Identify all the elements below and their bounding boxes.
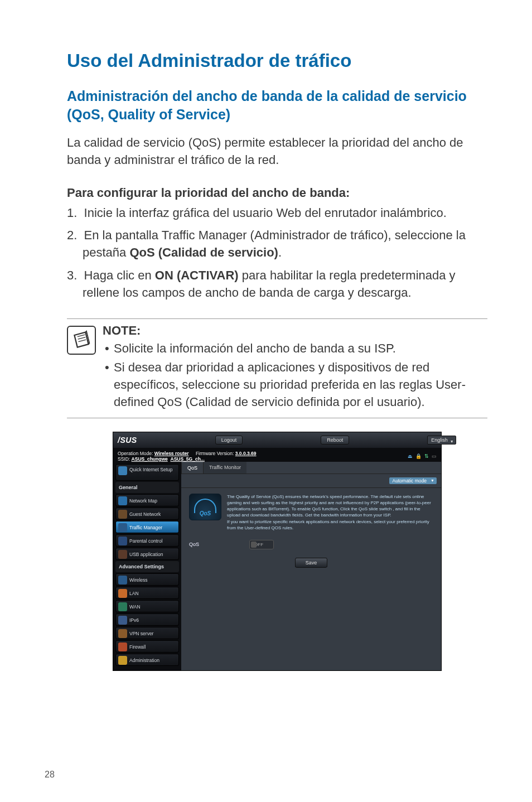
wireless-icon	[118, 576, 127, 584]
sidebar-item-usb-application[interactable]: USB application	[115, 548, 179, 560]
step-text: .	[278, 245, 282, 259]
save-button[interactable]: Save	[295, 558, 328, 568]
step-number: 2.	[67, 228, 77, 242]
firewall-icon	[118, 642, 127, 651]
status-icons: ⏏ 🔒 ⇅ ▭	[408, 453, 437, 459]
step-2: 2. En la pantalla Traffic Manager (Admin…	[67, 227, 487, 262]
ssid-1[interactable]: ASUS_chungwe	[132, 456, 168, 462]
sidebar-item-guest-network[interactable]: Guest Network	[115, 508, 179, 520]
sidebar-item-vpn-server[interactable]: VPN server	[115, 627, 179, 639]
qos-description: The Quality of Service (QoS) ensures the…	[227, 494, 433, 531]
sidebar-label: Quick Internet Setup	[129, 467, 173, 472]
sidebar-item-label: Network Map	[129, 498, 157, 504]
asus-logo: /SUS	[118, 436, 137, 445]
notepad-icon	[71, 330, 91, 350]
wan-icon	[118, 602, 127, 611]
sidebar-item-label: Wireless	[129, 577, 148, 583]
step-1: 1. Inicie la interfaz gráfica del usuari…	[67, 205, 487, 222]
tab-qos[interactable]: QoS	[181, 462, 204, 474]
sidebar-item-parental-control[interactable]: Parental control	[115, 534, 179, 547]
sidebar-item-label: Administration	[129, 658, 159, 663]
qos-content: QoS The Quality of Service (QoS) ensures…	[181, 488, 441, 572]
svg-line-2	[79, 340, 86, 342]
router-info-bar: Operation Mode: Wireless router Firmware…	[113, 448, 441, 462]
mode-row: Automatic mode	[181, 474, 441, 488]
sidebar-item-label: Guest Network	[129, 511, 161, 517]
gear-icon	[118, 466, 127, 475]
sidebar-item-label: VPN server	[129, 631, 153, 636]
lan-icon	[118, 589, 127, 598]
sidebar-item-traffic-manager[interactable]: Traffic Manager	[115, 521, 179, 533]
tab-traffic-monitor[interactable]: Traffic Monitor	[204, 462, 246, 474]
globe-icon	[118, 496, 127, 505]
op-mode-value[interactable]: Wireless router	[154, 451, 189, 456]
usb-icon: ⏏	[408, 453, 413, 459]
sidebar-item-ipv6[interactable]: IPv6	[115, 613, 179, 626]
step-number: 1.	[67, 206, 77, 220]
sidebar-item-lan[interactable]: LAN	[115, 587, 179, 599]
ssid-label: SSID:	[118, 456, 130, 462]
fw-label: Firmware Version:	[196, 451, 234, 456]
vpn-icon	[118, 629, 127, 638]
wifi-icon: ⇅	[424, 453, 429, 459]
language-select[interactable]: English	[427, 436, 456, 445]
step-3: 3. Haga clic en ON (ACTIVAR) para habili…	[67, 267, 487, 302]
note-list: Solicite la información del ancho de ban…	[103, 340, 487, 411]
tab-row: QoS Traffic Monitor	[181, 462, 441, 474]
gauge-label: QoS	[190, 510, 221, 518]
step-number: 3.	[67, 268, 77, 282]
note-block: NOTE: Solicite la información del ancho …	[67, 318, 487, 418]
router-header: /SUS Logout Reboot English	[113, 432, 441, 448]
sidebar: Quick Internet Setup General Network Map…	[113, 462, 181, 670]
usb-icon	[118, 550, 127, 559]
step-text: Haga clic en	[84, 268, 155, 282]
lock-icon: 🔒	[415, 453, 422, 459]
sidebar-item-firewall[interactable]: Firewall	[115, 640, 179, 653]
qos-gauge-graphic: QoS	[189, 494, 221, 520]
svg-line-1	[78, 337, 86, 339]
sidebar-item-wan[interactable]: WAN	[115, 600, 179, 612]
note-item: Si desea dar prioridad a aplicaciones y …	[103, 359, 487, 410]
sidebar-item-label: IPv6	[129, 617, 139, 623]
steps-list: 1. Inicie la interfaz gráfica del usuari…	[67, 205, 487, 302]
sidebar-item-label: Traffic Manager	[129, 525, 162, 530]
step-bold: QoS (Calidad de servicio)	[129, 245, 278, 259]
note-icon	[67, 326, 96, 355]
logout-button[interactable]: Logout	[215, 436, 243, 445]
steps-heading: Para configurar la prioridad del ancho d…	[67, 186, 487, 200]
page-number: 28	[45, 770, 55, 780]
step-bold: ON (ACTIVAR)	[155, 268, 239, 282]
sidebar-item-label: Parental control	[129, 538, 163, 544]
note-content: NOTE: Solicite la información del ancho …	[103, 323, 487, 413]
shield-icon	[118, 537, 127, 545]
sidebar-section-general: General	[115, 482, 179, 493]
intro-paragraph: La calidad de servicio (QoS) permite est…	[67, 134, 487, 169]
main-area: QoS Traffic Monitor Automatic mode QoS T…	[181, 462, 441, 670]
sidebar-item-label: Firewall	[129, 644, 146, 650]
fw-value[interactable]: 3.0.0.3.69	[235, 451, 257, 456]
sidebar-item-label: USB application	[129, 552, 163, 557]
sidebar-section-advanced: Advanced Settings	[115, 561, 179, 572]
gauge-icon	[118, 523, 127, 532]
svg-line-0	[78, 335, 85, 337]
sidebar-item-administration[interactable]: Administration	[115, 654, 179, 666]
page-title: Uso del Administrador de tráfico	[67, 50, 487, 71]
router-screenshot: /SUS Logout Reboot English Operation Mod…	[113, 432, 442, 671]
qos-field-label: QoS	[189, 541, 199, 548]
device-icon: ▭	[432, 453, 437, 459]
mode-select[interactable]: Automatic mode	[389, 477, 437, 484]
ipv6-icon	[118, 616, 127, 625]
step-text: Inicie la interfaz gráfica del usuario W…	[84, 206, 447, 220]
sidebar-quick-setup[interactable]: Quick Internet Setup	[115, 464, 179, 481]
qos-toggle[interactable]: OFF	[249, 540, 274, 549]
op-mode-label: Operation Mode:	[118, 451, 153, 456]
reboot-button[interactable]: Reboot	[321, 436, 349, 445]
sidebar-item-wireless[interactable]: Wireless	[115, 573, 179, 586]
sidebar-item-network-map[interactable]: Network Map	[115, 494, 179, 506]
admin-icon	[118, 656, 127, 665]
note-label: NOTE:	[103, 323, 487, 338]
qos-toggle-row: QoS OFF	[189, 540, 433, 549]
note-item: Solicite la información del ancho de ban…	[103, 340, 487, 357]
people-icon	[118, 510, 127, 519]
ssid-2[interactable]: ASUS_5G_ch...	[171, 456, 205, 462]
